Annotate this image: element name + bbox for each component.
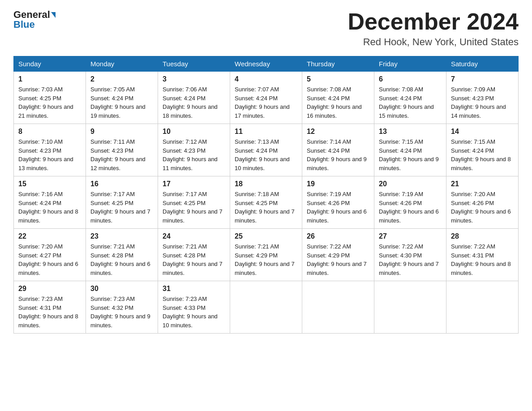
day-number: 20	[379, 180, 442, 188]
day-cell-30: 30 Sunrise: 7:23 AMSunset: 4:32 PMDaylig…	[86, 281, 158, 334]
day-cell-26: 26 Sunrise: 7:22 AMSunset: 4:29 PMDaylig…	[302, 229, 374, 281]
day-info: Sunrise: 7:20 AMSunset: 4:27 PMDaylight:…	[18, 243, 78, 276]
day-cell-9: 9 Sunrise: 7:11 AMSunset: 4:23 PMDayligh…	[86, 124, 158, 176]
day-number: 26	[307, 232, 369, 240]
day-info: Sunrise: 7:22 AMSunset: 4:29 PMDaylight:…	[307, 243, 367, 276]
day-cell-6: 6 Sunrise: 7:08 AMSunset: 4:24 PMDayligh…	[374, 72, 446, 124]
day-info: Sunrise: 7:03 AMSunset: 4:25 PMDaylight:…	[18, 86, 73, 119]
empty-cell	[230, 281, 302, 334]
day-number: 13	[379, 128, 442, 136]
day-number: 30	[90, 285, 153, 293]
day-number: 24	[163, 232, 225, 240]
day-info: Sunrise: 7:08 AMSunset: 4:24 PMDaylight:…	[307, 86, 362, 119]
day-number: 29	[18, 285, 81, 293]
empty-cell	[374, 281, 446, 334]
day-info: Sunrise: 7:11 AMSunset: 4:23 PMDaylight:…	[90, 138, 146, 171]
day-info: Sunrise: 7:17 AMSunset: 4:25 PMDaylight:…	[90, 191, 150, 224]
week-row-4: 22 Sunrise: 7:20 AMSunset: 4:27 PMDaylig…	[14, 229, 519, 281]
col-header-friday: Friday	[374, 56, 446, 72]
day-cell-15: 15 Sunrise: 7:16 AMSunset: 4:24 PMDaylig…	[14, 176, 86, 229]
day-info: Sunrise: 7:15 AMSunset: 4:24 PMDaylight:…	[451, 138, 511, 171]
day-number: 14	[451, 128, 514, 136]
logo: General Blue	[13, 9, 56, 30]
col-header-sunday: Sunday	[14, 56, 86, 72]
day-cell-27: 27 Sunrise: 7:22 AMSunset: 4:30 PMDaylig…	[374, 229, 446, 281]
day-info: Sunrise: 7:05 AMSunset: 4:24 PMDaylight:…	[90, 86, 146, 119]
day-cell-24: 24 Sunrise: 7:21 AMSunset: 4:28 PMDaylig…	[158, 229, 230, 281]
day-cell-22: 22 Sunrise: 7:20 AMSunset: 4:27 PMDaylig…	[14, 229, 86, 281]
day-info: Sunrise: 7:06 AMSunset: 4:24 PMDaylight:…	[163, 86, 218, 119]
empty-cell	[446, 281, 519, 334]
day-cell-12: 12 Sunrise: 7:14 AMSunset: 4:24 PMDaylig…	[302, 124, 374, 176]
day-cell-18: 18 Sunrise: 7:18 AMSunset: 4:25 PMDaylig…	[230, 176, 302, 229]
week-row-3: 15 Sunrise: 7:16 AMSunset: 4:24 PMDaylig…	[14, 176, 519, 229]
col-header-thursday: Thursday	[302, 56, 374, 72]
title-area: December 2024 Red Hook, New York, United…	[348, 9, 519, 48]
calendar-title: December 2024	[348, 9, 519, 34]
day-cell-8: 8 Sunrise: 7:10 AMSunset: 4:23 PMDayligh…	[14, 124, 86, 176]
col-header-tuesday: Tuesday	[158, 56, 230, 72]
day-number: 5	[307, 75, 369, 83]
day-number: 3	[163, 75, 225, 83]
day-info: Sunrise: 7:22 AMSunset: 4:31 PMDaylight:…	[451, 243, 511, 276]
day-info: Sunrise: 7:16 AMSunset: 4:24 PMDaylight:…	[18, 191, 78, 224]
day-number: 27	[379, 232, 442, 240]
day-number: 21	[451, 180, 514, 188]
day-info: Sunrise: 7:09 AMSunset: 4:23 PMDaylight:…	[451, 86, 506, 119]
day-cell-7: 7 Sunrise: 7:09 AMSunset: 4:23 PMDayligh…	[446, 72, 519, 124]
day-cell-14: 14 Sunrise: 7:15 AMSunset: 4:24 PMDaylig…	[446, 124, 519, 176]
day-cell-17: 17 Sunrise: 7:17 AMSunset: 4:25 PMDaylig…	[158, 176, 230, 229]
day-number: 2	[90, 75, 153, 83]
day-cell-19: 19 Sunrise: 7:19 AMSunset: 4:26 PMDaylig…	[302, 176, 374, 229]
logo-triangle-icon	[51, 12, 56, 18]
day-cell-20: 20 Sunrise: 7:19 AMSunset: 4:26 PMDaylig…	[374, 176, 446, 229]
day-number: 28	[451, 232, 514, 240]
week-row-1: 1 Sunrise: 7:03 AMSunset: 4:25 PMDayligh…	[14, 72, 519, 124]
day-info: Sunrise: 7:21 AMSunset: 4:28 PMDaylight:…	[90, 243, 150, 276]
day-number: 6	[379, 75, 442, 83]
day-number: 23	[90, 232, 153, 240]
day-info: Sunrise: 7:15 AMSunset: 4:24 PMDaylight:…	[379, 138, 439, 171]
day-info: Sunrise: 7:10 AMSunset: 4:23 PMDaylight:…	[18, 138, 73, 171]
day-cell-29: 29 Sunrise: 7:23 AMSunset: 4:31 PMDaylig…	[14, 281, 86, 334]
day-number: 16	[90, 180, 153, 188]
day-cell-31: 31 Sunrise: 7:23 AMSunset: 4:33 PMDaylig…	[158, 281, 230, 334]
day-info: Sunrise: 7:08 AMSunset: 4:24 PMDaylight:…	[379, 86, 434, 119]
day-number: 7	[451, 75, 514, 83]
header: General Blue December 2024 Red Hook, New…	[13, 9, 519, 48]
day-cell-4: 4 Sunrise: 7:07 AMSunset: 4:24 PMDayligh…	[230, 72, 302, 124]
day-cell-28: 28 Sunrise: 7:22 AMSunset: 4:31 PMDaylig…	[446, 229, 519, 281]
days-header-row: SundayMondayTuesdayWednesdayThursdayFrid…	[14, 56, 519, 72]
day-info: Sunrise: 7:21 AMSunset: 4:29 PMDaylight:…	[235, 243, 295, 276]
col-header-wednesday: Wednesday	[230, 56, 302, 72]
day-number: 15	[18, 180, 81, 188]
week-row-2: 8 Sunrise: 7:10 AMSunset: 4:23 PMDayligh…	[14, 124, 519, 176]
logo-text-blue: Blue	[13, 19, 35, 30]
day-number: 25	[235, 232, 297, 240]
day-cell-16: 16 Sunrise: 7:17 AMSunset: 4:25 PMDaylig…	[86, 176, 158, 229]
day-cell-3: 3 Sunrise: 7:06 AMSunset: 4:24 PMDayligh…	[158, 72, 230, 124]
day-info: Sunrise: 7:18 AMSunset: 4:25 PMDaylight:…	[235, 191, 295, 224]
day-number: 12	[307, 128, 369, 136]
week-row-5: 29 Sunrise: 7:23 AMSunset: 4:31 PMDaylig…	[14, 281, 519, 334]
day-info: Sunrise: 7:14 AMSunset: 4:24 PMDaylight:…	[307, 138, 367, 171]
day-cell-13: 13 Sunrise: 7:15 AMSunset: 4:24 PMDaylig…	[374, 124, 446, 176]
day-cell-23: 23 Sunrise: 7:21 AMSunset: 4:28 PMDaylig…	[86, 229, 158, 281]
day-number: 11	[235, 128, 297, 136]
day-info: Sunrise: 7:23 AMSunset: 4:33 PMDaylight:…	[163, 295, 218, 329]
day-number: 9	[90, 128, 153, 136]
day-info: Sunrise: 7:13 AMSunset: 4:24 PMDaylight:…	[235, 138, 290, 171]
col-header-saturday: Saturday	[446, 56, 519, 72]
day-number: 18	[235, 180, 297, 188]
day-number: 19	[307, 180, 369, 188]
day-number: 10	[163, 128, 225, 136]
day-number: 8	[18, 128, 81, 136]
day-cell-1: 1 Sunrise: 7:03 AMSunset: 4:25 PMDayligh…	[14, 72, 86, 124]
calendar-subtitle: Red Hook, New York, United States	[348, 36, 519, 48]
day-cell-11: 11 Sunrise: 7:13 AMSunset: 4:24 PMDaylig…	[230, 124, 302, 176]
day-cell-25: 25 Sunrise: 7:21 AMSunset: 4:29 PMDaylig…	[230, 229, 302, 281]
col-header-monday: Monday	[86, 56, 158, 72]
day-cell-10: 10 Sunrise: 7:12 AMSunset: 4:23 PMDaylig…	[158, 124, 230, 176]
day-info: Sunrise: 7:22 AMSunset: 4:30 PMDaylight:…	[379, 243, 439, 276]
day-cell-21: 21 Sunrise: 7:20 AMSunset: 4:26 PMDaylig…	[446, 176, 519, 229]
